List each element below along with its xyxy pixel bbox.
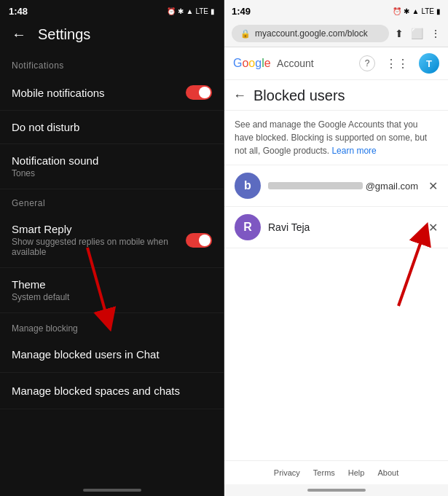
manage-blocked-users-item[interactable]: Manage blocked users in Chat [0,336,224,373]
learn-more-link[interactable]: Learn more [331,146,376,156]
browser-panel: 1:49 ⏰ ✱ ▲ LTE ▮ 🔒 myaccount.google.com/… [224,0,448,496]
share-icon[interactable]: ⬆ [395,28,404,39]
account-avatar[interactable]: T [419,53,439,74]
browser-action-icons: ⬆ ⬜ ⋮ [395,28,441,39]
google-logo: Google Account [233,57,314,70]
theme-label: Theme [12,278,69,291]
wifi-icon-right: ▲ [412,7,419,15]
notifications-section-label: Notifications [0,52,224,75]
unblock-user1-button[interactable]: ✕ [428,179,438,193]
browser-footer: Privacy Terms Help About [224,460,448,484]
url-field[interactable]: 🔒 myaccount.google.com/block [232,25,389,42]
tabs-icon[interactable]: ⬜ [411,28,423,39]
browser-address-bar: 🔒 myaccount.google.com/block ⬆ ⬜ ⋮ [224,20,448,47]
user1-email-blurred [268,182,363,189]
settings-panel: 1:48 ⏰ ✱ ▲ LTE ▮ ← Settings Notification… [0,0,224,496]
manage-blocking-section-label: Manage blocking [0,313,224,336]
smart-reply-item[interactable]: Smart Reply Show suggested replies on mo… [0,213,224,268]
manage-blocked-users-label: Manage blocked users in Chat [12,348,160,361]
help-button[interactable]: ? [359,55,375,71]
user2-name: Ravi Teja [268,221,421,233]
user2-avatar: R [235,214,261,240]
user1-email: @gmail.com [268,181,421,192]
status-bar-right: 1:49 ⏰ ✱ ▲ LTE ▮ [224,0,448,20]
theme-subtitle: System default [12,292,69,302]
empty-space [224,248,448,460]
blocked-back-button[interactable]: ← [233,88,246,103]
privacy-link[interactable]: Privacy [274,468,300,477]
blocked-user-1: b @gmail.com ✕ [224,165,448,207]
mobile-notifications-item[interactable]: Mobile notifications [0,75,224,111]
back-button[interactable]: ← [12,26,26,43]
account-bar-icons: ? ⋮⋮ T [359,53,439,74]
status-icons-right: ⏰ ✱ ▲ LTE ▮ [393,7,441,15]
manage-blocked-spaces-item[interactable]: Manage blocked spaces and chats [0,373,224,409]
alarm-icon: ⏰ [167,7,176,15]
wifi-icon: ▲ [186,7,193,15]
do-not-disturb-item[interactable]: Do not disturb [0,111,224,144]
help-link[interactable]: Help [348,468,365,477]
do-not-disturb-label: Do not disturb [12,121,79,133]
time-left: 1:48 [9,6,28,17]
blocked-user-2: R Ravi Teja ✕ [224,207,448,248]
account-text: Account [277,58,314,69]
blocked-description: See and manage the Google Accounts that … [224,111,448,165]
battery-icon-right: ▮ [436,7,441,15]
bluetooth-icon-right: ✱ [404,7,409,15]
status-icons-left: ⏰ ✱ ▲ LTE ▮ [167,7,215,15]
notification-sound-subtitle: Tones [12,168,98,178]
user1-email-suffix: @gmail.com [366,181,418,192]
notification-sound-item[interactable]: Notification sound Tones [0,144,224,189]
grid-button[interactable]: ⋮⋮ [385,57,409,71]
theme-item[interactable]: Theme System default [0,268,224,313]
alarm-icon-right: ⏰ [393,7,401,15]
home-indicator-left [83,489,141,492]
blocked-users-title: Blocked users [254,87,345,104]
unblock-user2-button[interactable]: ✕ [428,221,438,235]
user1-avatar: b [235,173,261,199]
time-right: 1:49 [232,6,251,17]
about-link[interactable]: About [377,468,398,477]
nav-bar-right [224,484,448,496]
mobile-notifications-toggle[interactable] [186,85,212,100]
status-bar-left: 1:48 ⏰ ✱ ▲ LTE ▮ [0,0,224,20]
battery-icon: ▮ [211,7,215,15]
signal-icon-right: LTE [421,7,434,15]
mobile-notifications-label: Mobile notifications [12,87,105,99]
smart-reply-subtitle: Show suggested replies on mobile when av… [12,237,186,257]
general-section-label: General [0,189,224,213]
settings-title: Settings [38,26,90,43]
nav-bar-left [0,483,224,496]
settings-header: ← Settings [0,20,224,52]
app-container: 1:48 ⏰ ✱ ▲ LTE ▮ ← Settings Notification… [0,0,448,496]
home-indicator-right [307,489,366,492]
bluetooth-icon: ✱ [178,7,184,15]
blocked-users-header: ← Blocked users [224,80,448,111]
lock-icon: 🔒 [240,29,251,39]
smart-reply-toggle[interactable] [186,233,212,248]
google-account-bar: Google Account ? ⋮⋮ T [224,47,448,80]
menu-icon[interactable]: ⋮ [431,28,441,39]
signal-icon: LTE [195,7,208,15]
terms-link[interactable]: Terms [313,468,335,477]
smart-reply-label: Smart Reply [12,223,186,235]
notification-sound-label: Notification sound [12,154,98,167]
url-text: myaccount.google.com/block [255,28,368,39]
manage-blocked-spaces-label: Manage blocked spaces and chats [12,385,180,397]
